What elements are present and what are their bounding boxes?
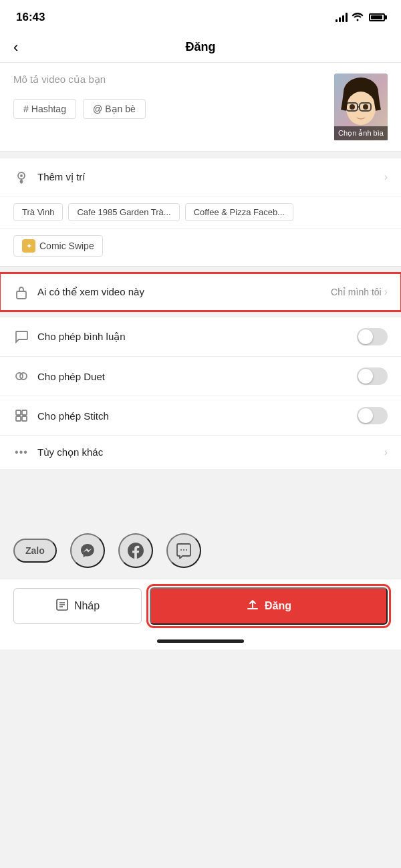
effect-label: Comic Swipe <box>39 241 94 251</box>
comments-label: Cho phép bình luận <box>37 331 357 343</box>
share-section: Zalo <box>0 523 401 579</box>
post-button[interactable]: Đăng <box>150 587 388 625</box>
message-share-button[interactable] <box>166 533 201 568</box>
svg-point-13 <box>20 373 27 380</box>
location-tag-3[interactable]: Coffee & Pizza Faceb... <box>185 203 293 221</box>
battery-icon <box>369 13 385 21</box>
svg-rect-17 <box>22 416 27 421</box>
upload-icon <box>246 598 259 614</box>
home-bar <box>157 639 244 643</box>
stitch-toggle[interactable] <box>357 407 388 424</box>
cover-photo-label[interactable]: Chọn ảnh bìa <box>334 126 388 140</box>
bottom-action-bar: Nháp Đăng <box>0 579 401 633</box>
header: ‹ Đăng <box>0 32 401 63</box>
svg-point-7 <box>350 104 355 110</box>
wifi-icon <box>352 12 364 23</box>
at-icon: @ <box>93 104 102 114</box>
location-section: Thêm vị trí › Trà Vinh Cafe 1985 Garden … <box>0 158 401 267</box>
desc-left: Mô tả video của bạn # Hashtag @ Bạn bè <box>13 74 334 119</box>
more-options-label: Tùy chọn khác <box>37 446 384 458</box>
comment-icon <box>13 329 29 345</box>
mention-label: Bạn bè <box>105 104 136 114</box>
add-location-row[interactable]: Thêm vị trí › <box>0 158 401 196</box>
svg-rect-15 <box>22 410 27 415</box>
who-can-view-label: Ai có thể xem video này <box>37 286 331 298</box>
facebook-share-button[interactable] <box>118 533 153 568</box>
stitch-label: Cho phép Stitch <box>37 410 357 422</box>
desc-placeholder[interactable]: Mô tả video của bạn <box>13 74 323 86</box>
svg-rect-11 <box>17 291 26 299</box>
zalo-share-button[interactable]: Zalo <box>13 539 57 563</box>
draft-label: Nháp <box>74 600 100 612</box>
draft-button[interactable]: Nháp <box>13 588 142 624</box>
more-icon: ••• <box>13 446 29 458</box>
duet-toggle[interactable] <box>357 368 388 385</box>
lock-icon <box>13 284 29 300</box>
duet-label: Cho phép Duet <box>37 371 357 382</box>
location-tags-row: Trà Vinh Cafe 1985 Garden Trà... Coffee … <box>0 196 401 229</box>
comments-toggle[interactable] <box>357 328 388 345</box>
status-time: 16:43 <box>16 11 45 24</box>
location-tag-1[interactable]: Trà Vinh <box>13 203 63 221</box>
effect-row: ✦ Comic Swipe <box>0 229 401 267</box>
settings-section: Cho phép bình luận Cho phép Duet Cho phé… <box>0 317 401 469</box>
effect-icon: ✦ <box>22 239 35 253</box>
svg-rect-14 <box>16 410 21 415</box>
thumbnail-wrapper: Chọn ảnh bìa <box>334 74 388 140</box>
status-bar: 16:43 <box>0 0 401 32</box>
svg-point-8 <box>363 104 368 110</box>
duet-toggle-row: Cho phép Duet <box>0 357 401 396</box>
svg-point-10 <box>20 174 23 177</box>
page-title: Đăng <box>186 40 216 54</box>
location-tag-2[interactable]: Cafe 1985 Garden Trà... <box>68 203 179 221</box>
hashtag-icon: # <box>23 104 29 114</box>
comments-toggle-row: Cho phép bình luận <box>0 317 401 357</box>
mention-button[interactable]: @ Bạn bè <box>83 99 146 119</box>
spacer <box>0 469 401 523</box>
duet-icon <box>13 368 29 384</box>
post-label: Đăng <box>265 600 291 612</box>
who-can-view-value: Chỉ mình tôi <box>331 287 382 297</box>
signal-icon <box>336 13 348 22</box>
tag-buttons-row: # Hashtag @ Bạn bè <box>13 99 323 119</box>
svg-rect-16 <box>16 416 21 421</box>
svg-point-18 <box>180 549 182 551</box>
more-options-row[interactable]: ••• Tùy chọn khác › <box>0 436 401 469</box>
more-options-chevron-icon: › <box>384 446 388 458</box>
location-chevron-icon: › <box>384 171 388 183</box>
who-can-view-chevron-icon: › <box>384 286 388 298</box>
description-section: Mô tả video của bạn # Hashtag @ Bạn bè <box>0 63 401 152</box>
add-location-label: Thêm vị trí <box>37 171 384 183</box>
stitch-toggle-row: Cho phép Stitch <box>0 396 401 436</box>
hashtag-label: Hashtag <box>31 104 66 114</box>
messenger-share-button[interactable] <box>70 533 105 568</box>
effect-tag[interactable]: ✦ Comic Swipe <box>13 235 103 257</box>
who-can-view-row[interactable]: Ai có thể xem video này Chỉ mình tôi › <box>0 273 401 311</box>
home-indicator <box>0 633 401 649</box>
svg-point-20 <box>186 549 187 551</box>
location-icon <box>13 169 29 185</box>
hashtag-button[interactable]: # Hashtag <box>13 99 76 119</box>
back-button[interactable]: ‹ <box>13 39 18 56</box>
svg-point-19 <box>183 549 184 551</box>
draft-icon <box>55 598 69 614</box>
status-icons <box>336 12 385 23</box>
stitch-icon <box>13 408 29 424</box>
